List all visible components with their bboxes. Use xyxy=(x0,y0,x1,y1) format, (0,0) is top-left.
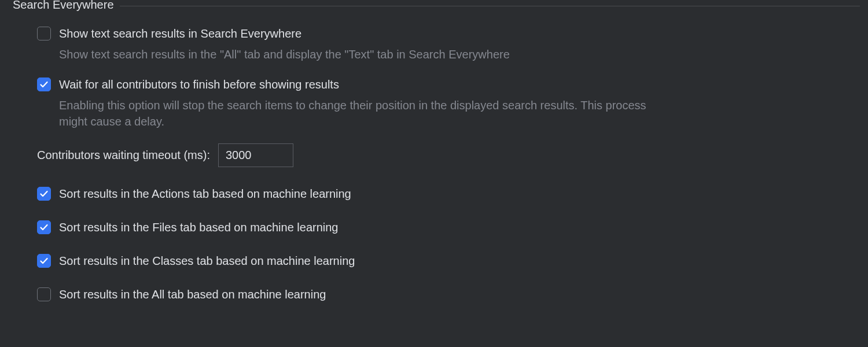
search-everywhere-section: Search Everywhere Show text search resul… xyxy=(8,6,860,302)
sort-all-checkbox[interactable] xyxy=(37,287,51,301)
timeout-input[interactable] xyxy=(218,143,293,167)
sort-actions-label[interactable]: Sort results in the Actions tab based on… xyxy=(59,186,351,202)
check-icon xyxy=(39,80,49,89)
wait-contributors-description: Enabling this option will stop the searc… xyxy=(59,97,672,130)
sort-classes-label[interactable]: Sort results in the Classes tab based on… xyxy=(59,253,355,269)
show-text-search-label[interactable]: Show text search results in Search Every… xyxy=(59,25,301,42)
wait-contributors-label[interactable]: Wait for all contributors to finish befo… xyxy=(59,76,339,93)
sort-files-label[interactable]: Sort results in the Files tab based on m… xyxy=(59,219,339,235)
sort-all-row: Sort results in the All tab based on mac… xyxy=(37,286,853,302)
check-icon xyxy=(39,189,49,198)
sort-actions-checkbox[interactable] xyxy=(37,187,51,201)
sort-classes-checkbox[interactable] xyxy=(37,254,51,268)
show-text-search-description: Show text search results in the "All" ta… xyxy=(59,46,672,62)
section-title: Search Everywhere xyxy=(8,0,120,12)
wait-contributors-checkbox[interactable] xyxy=(37,77,51,91)
sort-files-row: Sort results in the Files tab based on m… xyxy=(37,219,853,235)
show-text-search-row: Show text search results in Search Every… xyxy=(37,25,853,42)
sort-all-label[interactable]: Sort results in the All tab based on mac… xyxy=(59,286,326,302)
sort-classes-row: Sort results in the Classes tab based on… xyxy=(37,253,853,269)
show-text-search-checkbox[interactable] xyxy=(37,27,51,40)
section-content: Show text search results in Search Every… xyxy=(8,20,860,302)
wait-contributors-row: Wait for all contributors to finish befo… xyxy=(37,76,853,93)
check-icon xyxy=(39,223,49,232)
sort-actions-row: Sort results in the Actions tab based on… xyxy=(37,186,853,202)
sort-files-checkbox[interactable] xyxy=(37,220,51,234)
timeout-row: Contributors waiting timeout (ms): xyxy=(37,143,853,167)
check-icon xyxy=(39,256,49,265)
timeout-label: Contributors waiting timeout (ms): xyxy=(37,149,210,162)
